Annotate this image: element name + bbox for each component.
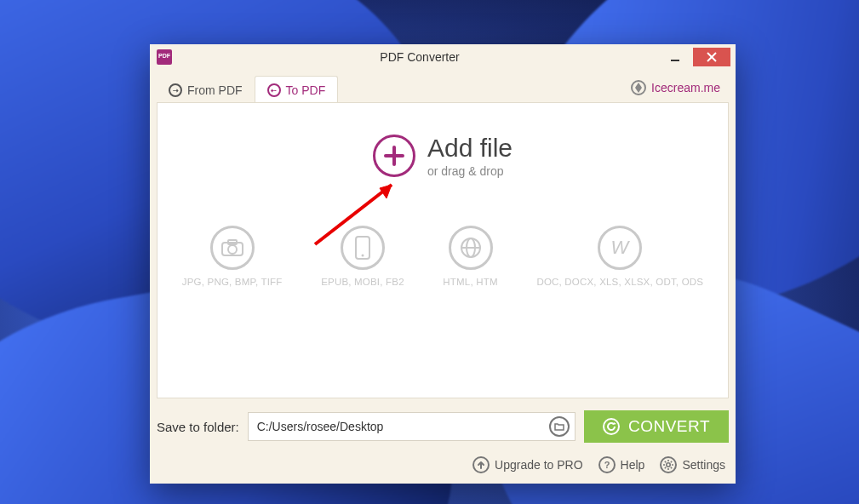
folder-path-input[interactable]: [257, 420, 549, 433]
icecream-icon: [631, 80, 646, 95]
category-image[interactable]: JPG, PNG, BMP, TIFF: [182, 226, 283, 287]
svg-marker-17: [613, 422, 616, 425]
refresh-icon: [603, 418, 620, 435]
svg-point-12: [361, 255, 364, 257]
plus-icon: [373, 135, 415, 177]
category-web[interactable]: HTML, HTM: [443, 226, 497, 287]
category-office[interactable]: W DOC, DOCX, XLS, XLSX, ODT, ODS: [536, 226, 703, 287]
svg-marker-3: [635, 83, 642, 93]
tab-to-pdf[interactable]: ⇠ To PDF: [255, 76, 339, 102]
category-label: EPUB, MOBI, FB2: [321, 277, 404, 287]
category-ebook[interactable]: EPUB, MOBI, FB2: [321, 226, 404, 287]
minimize-button[interactable]: [661, 48, 690, 66]
titlebar[interactable]: PDF Converter: [150, 44, 736, 70]
help-link[interactable]: ? Help: [598, 456, 645, 473]
mobile-icon: [341, 226, 385, 270]
to-pdf-icon: ⇠: [267, 83, 281, 97]
svg-line-26: [671, 461, 672, 462]
footer-label: Settings: [682, 458, 725, 472]
brand-label: Icecream.me: [651, 81, 720, 94]
from-pdf-icon: ⇢: [169, 83, 182, 97]
add-file-title: Add file: [427, 134, 513, 163]
upgrade-link[interactable]: Upgrade to PRO: [472, 456, 583, 473]
browse-folder-button[interactable]: [549, 416, 570, 437]
save-to-label: Save to folder:: [157, 420, 239, 434]
app-icon: [157, 49, 172, 65]
brand-link[interactable]: Icecream.me: [622, 73, 729, 102]
category-row: JPG, PNG, BMP, TIFF EPUB, MOBI, FB2 HTML…: [157, 226, 728, 299]
add-file-button[interactable]: Add file or drag & drop: [373, 134, 513, 178]
tab-label: To PDF: [286, 83, 326, 97]
svg-point-19: [667, 463, 670, 467]
category-label: DOC, DOCX, XLS, XLSX, ODT, ODS: [536, 277, 703, 287]
category-label: HTML, HTM: [443, 277, 497, 287]
arrow-up-icon: [472, 456, 490, 473]
svg-point-10: [228, 245, 237, 254]
folder-path-box: [248, 412, 576, 441]
close-icon: [707, 52, 717, 62]
convert-label: CONVERT: [628, 417, 710, 436]
question-icon: ?: [598, 456, 616, 473]
category-label: JPG, PNG, BMP, TIFF: [182, 277, 283, 287]
app-window: PDF Converter ⇢ From PDF ⇠ To PDF Icecre…: [150, 44, 736, 484]
drop-area[interactable]: Add file or drag & drop JPG, PNG, BMP, T…: [157, 102, 729, 398]
tabstrip: ⇢ From PDF ⇠ To PDF Icecream.me: [150, 70, 736, 102]
svg-line-24: [665, 461, 666, 462]
close-button[interactable]: [693, 48, 730, 66]
footer-label: Help: [621, 458, 645, 472]
save-row: Save to folder: CONVERT: [150, 398, 736, 443]
tab-label: From PDF: [187, 83, 243, 97]
word-icon: W: [598, 226, 642, 270]
svg-marker-7: [380, 185, 392, 198]
svg-text:?: ?: [604, 460, 610, 470]
svg-line-25: [671, 467, 672, 468]
svg-line-27: [665, 467, 666, 468]
convert-button[interactable]: CONVERT: [584, 410, 729, 443]
add-file-subtitle: or drag & drop: [427, 164, 513, 178]
svg-text:W: W: [611, 237, 631, 258]
globe-icon: [449, 226, 493, 270]
camera-icon: [210, 226, 255, 270]
tab-from-pdf[interactable]: ⇢ From PDF: [157, 77, 255, 102]
window-title: PDF Converter: [179, 50, 661, 64]
footer: Upgrade to PRO ? Help Settings: [150, 443, 736, 484]
minimize-icon: [670, 52, 680, 62]
folder-icon: [554, 422, 564, 431]
footer-label: Upgrade to PRO: [495, 458, 583, 472]
gear-icon: [660, 456, 677, 473]
settings-link[interactable]: Settings: [660, 456, 725, 473]
